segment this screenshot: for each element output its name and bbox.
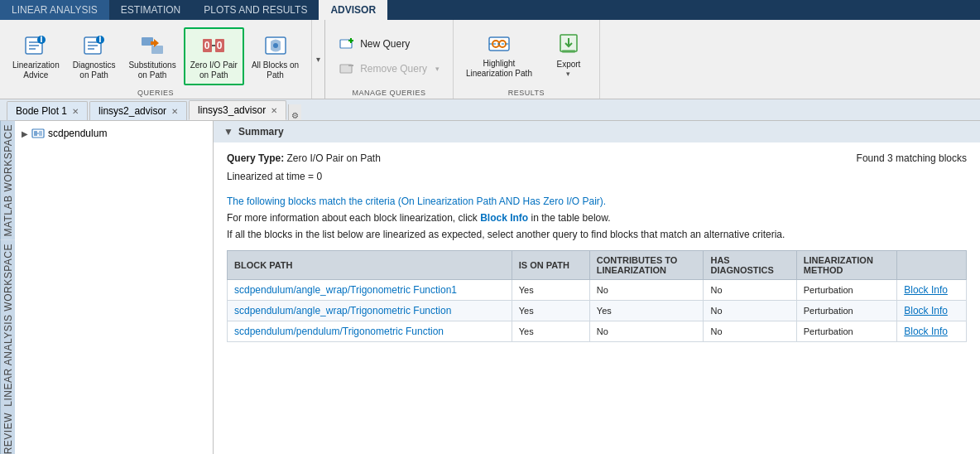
row2-contributes: Yes: [589, 301, 704, 321]
results-group: HighlightLinearization Path Export ▾ RES…: [454, 20, 600, 99]
block-info-text: For more information about each block li…: [227, 212, 967, 224]
table-row: scdpendulum/angle_wrap/Trigonometric Fun…: [228, 280, 967, 301]
substitutions-label-text: Substitutionson Path: [128, 60, 175, 80]
col-contributes: CONTRIBUTES TOLINEARIZATION: [589, 251, 704, 280]
left-panel: MATLAB WORKSPACE LINEAR ANALYSIS WORKSPA…: [0, 121, 214, 454]
linearization-advice-label: LinearizationAdvice: [12, 60, 60, 80]
results-table: BLOCK PATH IS ON PATH CONTRIBUTES TOLINE…: [227, 250, 967, 342]
results-table-body: scdpendulum/angle_wrap/Trigonometric Fun…: [228, 280, 967, 342]
tab-linsys2-advisor[interactable]: linsys2_advisor ✕: [89, 101, 187, 120]
zero-io-pair-icon: 0 0: [200, 32, 227, 59]
row3-block-path[interactable]: scdpendulum/pendulum/Trigonometric Funct…: [234, 326, 444, 337]
vertical-sidebar: MATLAB WORKSPACE LINEAR ANALYSIS WORKSPA…: [0, 121, 15, 454]
col-block-info: [897, 251, 967, 280]
col-block-path: BLOCK PATH: [228, 251, 512, 280]
row1-is-on-path: Yes: [512, 280, 589, 301]
row1-contributes: No: [589, 280, 704, 301]
queries-group: i LinearizationAdvice i Di: [0, 20, 312, 99]
preview-label: PREVIEW: [0, 409, 15, 454]
main-area: MATLAB WORKSPACE LINEAR ANALYSIS WORKSPA…: [0, 121, 980, 454]
query-type-value: Zero I/O Pair on Path: [286, 152, 380, 164]
highlight-icon: [486, 31, 512, 57]
tab-bode-plot-1[interactable]: Bode Plot 1 ✕: [7, 101, 88, 120]
row2-block-path[interactable]: scdpendulum/angle_wrap/Trigonometric Fun…: [234, 305, 451, 316]
results-buttons: HighlightLinearization Path Export ▾: [454, 20, 599, 86]
menu-plots-results[interactable]: PLOTS AND RESULTS: [192, 0, 319, 20]
criteria-text: The following blocks match the criteria …: [227, 196, 967, 207]
svg-point-20: [273, 43, 278, 48]
block-info-prefix: For more information about each block li…: [227, 212, 478, 224]
row2-block-info[interactable]: Block Info: [904, 305, 948, 316]
diagnostics-icon: i: [81, 32, 108, 59]
export-dropdown-icon[interactable]: ▾: [566, 70, 570, 78]
row2-has-diagnostics: No: [704, 301, 796, 321]
diagnostics-on-path-label: Diagnosticson Path: [73, 60, 116, 80]
tab-linsys3-close[interactable]: ✕: [271, 106, 277, 115]
new-query-button[interactable]: New Query: [332, 32, 446, 56]
col-lin-method: LINEARIZATIONMETHOD: [796, 251, 897, 280]
new-query-icon: [339, 36, 355, 52]
row3-has-diagnostics: No: [704, 321, 796, 342]
zero-io-pair-button[interactable]: 0 0 Zero I/O Pairon Path: [184, 27, 244, 85]
col-is-on-path: IS ON PATH: [512, 251, 589, 280]
new-query-label: New Query: [360, 38, 410, 50]
tab-linsys2-close[interactable]: ✕: [171, 107, 178, 116]
svg-text:i: i: [98, 33, 101, 45]
row3-contributes: No: [589, 321, 704, 342]
svg-rect-34: [39, 131, 42, 136]
highlight-path-button[interactable]: HighlightLinearization Path: [460, 27, 538, 83]
tab-linsys2-label: linsys2_advisor: [98, 105, 166, 117]
tab-bode-plot-1-label: Bode Plot 1: [16, 105, 67, 117]
tab-linsys3-advisor[interactable]: linsys3_advisor ✕: [189, 100, 286, 120]
linearization-advice-button[interactable]: i LinearizationAdvice: [7, 28, 65, 85]
table-row: scdpendulum/pendulum/Trigonometric Funct…: [228, 321, 967, 342]
linearized-text: Linearized at time = 0: [227, 171, 967, 182]
row2-lin-method: Perturbation: [796, 301, 897, 321]
remove-query-button[interactable]: Remove Query ▾: [332, 57, 446, 80]
toolbar: i LinearizationAdvice i Di: [0, 20, 980, 99]
substitutions-on-path-button[interactable]: Summary Substitutionson Path: [122, 28, 181, 85]
queries-label: QUERIES: [3, 86, 308, 99]
summary-body: Query Type: Zero I/O Pair on Path Found …: [214, 142, 980, 352]
row1-block-info[interactable]: Block Info: [904, 284, 948, 296]
tab-scroll-right[interactable]: ⚙: [288, 104, 301, 120]
menu-bar: LINEAR ANALYSIS ESTIMATION PLOTS AND RES…: [0, 0, 980, 20]
substitutions-icon: [139, 32, 166, 59]
tab-bode-plot-1-close[interactable]: ✕: [72, 107, 79, 116]
summary-title: Summary: [238, 126, 284, 138]
svg-rect-13: [151, 46, 163, 54]
row1-block-path[interactable]: scdpendulum/angle_wrap/Trigonometric Fun…: [234, 284, 457, 296]
queries-buttons: i LinearizationAdvice i Di: [3, 23, 308, 86]
remove-query-dropdown[interactable]: ▾: [435, 65, 440, 73]
menu-advisor[interactable]: ADVISOR: [319, 0, 387, 20]
menu-linear-analysis[interactable]: LINEAR ANALYSIS: [0, 0, 109, 20]
block-info-link-inline[interactable]: Block Info: [480, 212, 528, 224]
tree-item-scdpendulum[interactable]: ▶ scdpendulum: [15, 124, 213, 142]
remove-query-icon: [339, 60, 355, 77]
all-blocks-icon: [262, 32, 289, 59]
query-type-text: Query Type: Zero I/O Pair on Path: [227, 152, 381, 164]
export-button[interactable]: Export ▾: [545, 27, 593, 82]
content-area: ▼ Summary Query Type: Zero I/O Pair on P…: [214, 121, 980, 454]
export-icon: [555, 31, 582, 58]
tree-item-label: scdpendulum: [48, 128, 107, 139]
menu-estimation[interactable]: ESTIMATION: [109, 0, 192, 20]
all-blocks-on-path-button[interactable]: All Blocks onPath: [246, 28, 305, 85]
manage-queries-group: New Query Remove Query ▾ MANAGE QUERIES: [325, 20, 454, 99]
toolbar-expand[interactable]: ▾: [312, 20, 325, 99]
expand-arrow-icon: ▾: [316, 55, 320, 64]
matlab-workspace-label: MATLAB WORKSPACE: [0, 121, 15, 240]
zero-io-pair-label: Zero I/O Pairon Path: [190, 60, 238, 80]
col-has-diagnostics: HASDIAGNOSTICS: [704, 251, 796, 280]
row3-lin-method: Perturbation: [796, 321, 897, 342]
summary-header[interactable]: ▼ Summary: [214, 121, 980, 142]
table-row: scdpendulum/angle_wrap/Trigonometric Fun…: [228, 301, 967, 321]
svg-text:0: 0: [204, 40, 210, 51]
diagnostics-on-path-button[interactable]: i Diagnosticson Path: [67, 28, 122, 85]
svg-text:i: i: [41, 33, 43, 45]
manage-queries-label: MANAGE QUERIES: [325, 86, 453, 99]
file-tree: ▶ scdpendulum: [15, 121, 214, 454]
row2-is-on-path: Yes: [512, 301, 589, 321]
row3-block-info[interactable]: Block Info: [904, 326, 948, 337]
tab-scroll-icon: ⚙: [291, 111, 299, 120]
